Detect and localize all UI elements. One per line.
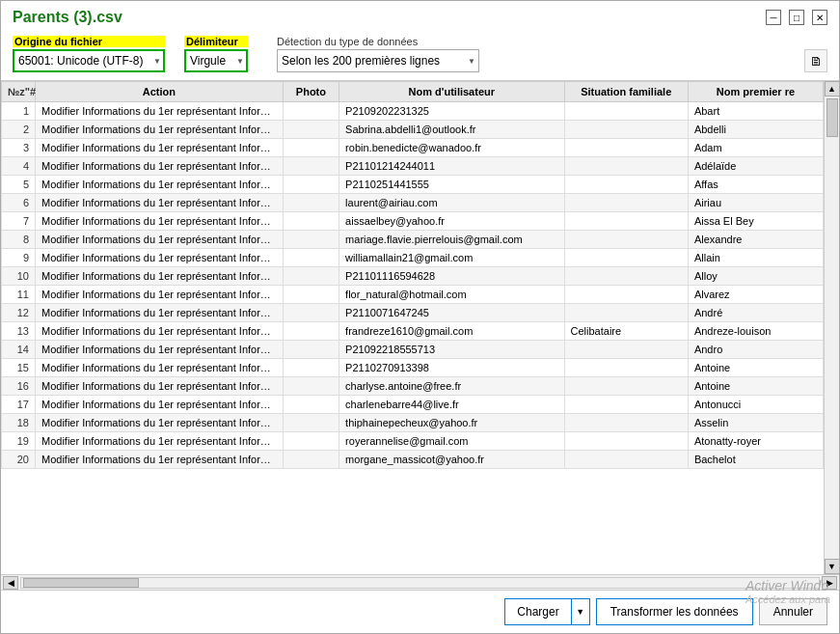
transformer-button[interactable]: Transformer les données [596, 598, 753, 625]
col-header-action: Action [36, 82, 284, 102]
cell-user: royerannelise@gmail.com [339, 432, 564, 451]
cell-action: Modifier Informations du 1er représentan… [36, 212, 284, 231]
detection-select-wrapper[interactable]: Selon les 200 premières lignes [277, 49, 479, 72]
detection-group: Détection du type de données Selon les 2… [277, 36, 479, 72]
table-row: 20 Modifier Informations du 1er représen… [2, 451, 824, 469]
annuler-button[interactable]: Annuler [759, 598, 827, 625]
cell-photo [283, 249, 339, 267]
cell-num: 4 [2, 157, 36, 176]
cell-nom: Antonucci [688, 396, 823, 414]
cell-num: 18 [2, 414, 36, 432]
cell-action: Modifier Informations du 1er représentan… [36, 249, 284, 267]
cell-photo [283, 396, 339, 414]
col-header-situation: Situation familiale [564, 82, 688, 102]
cell-user: P21101116594628 [339, 267, 564, 286]
cell-situation [564, 341, 688, 359]
cell-photo [283, 231, 339, 249]
detection-select[interactable]: Selon les 200 premières lignes [277, 49, 479, 72]
table-container: №z"#" Action Photo Nom d'utilisateur Sit… [1, 80, 839, 591]
footer: Charger ▼ Transformer les données Annule… [1, 591, 839, 633]
cell-action: Modifier Informations du 1er représentan… [36, 194, 284, 212]
cell-num: 11 [2, 286, 36, 304]
scroll-left-arrow[interactable]: ◀ [3, 576, 18, 590]
cell-user: P2110270913398 [339, 359, 564, 377]
cell-situation [564, 396, 688, 414]
origine-select[interactable]: 65001: Unicode (UTF-8) [13, 49, 165, 72]
table-header-row: №z"#" Action Photo Nom d'utilisateur Sit… [2, 82, 824, 102]
charger-button[interactable]: Charger [504, 598, 570, 625]
table-row: 2 Modifier Informations du 1er représent… [2, 121, 824, 139]
cell-user: charlyse.antoine@free.fr [339, 377, 564, 396]
window-controls: ─ □ ✕ [766, 10, 827, 25]
cell-photo [283, 341, 339, 359]
cell-photo [283, 194, 339, 212]
table-row: 9 Modifier Informations du 1er représent… [2, 249, 824, 267]
cell-action: Modifier Informations du 1er représentan… [36, 304, 284, 322]
delimiteur-label: Délimiteur [184, 36, 248, 47]
minimize-button[interactable]: ─ [766, 10, 781, 25]
cell-photo [283, 286, 339, 304]
cell-user: Sabrina.abdelli1@outlook.fr [339, 121, 564, 139]
cell-num: 13 [2, 322, 36, 341]
cell-situation [564, 377, 688, 396]
cell-situation [564, 249, 688, 267]
cell-photo [283, 176, 339, 194]
file-icon-button[interactable]: 🗎 [804, 49, 827, 72]
cell-situation [564, 176, 688, 194]
cell-action: Modifier Informations du 1er représentan… [36, 157, 284, 176]
table-row: 19 Modifier Informations du 1er représen… [2, 432, 824, 451]
scroll-right-arrow[interactable]: ▶ [822, 576, 837, 590]
h-scroll-track[interactable] [20, 577, 820, 589]
cell-situation [564, 231, 688, 249]
cell-situation [564, 139, 688, 157]
cell-situation [564, 102, 688, 121]
scroll-up-arrow[interactable]: ▲ [825, 81, 840, 96]
horizontal-scrollbar[interactable]: ◀ ▶ [1, 574, 839, 590]
cell-num: 5 [2, 176, 36, 194]
cell-num: 12 [2, 304, 36, 322]
cell-photo [283, 414, 339, 432]
scroll-thumb[interactable] [826, 98, 838, 137]
cell-action: Modifier Informations du 1er représentan… [36, 322, 284, 341]
title-bar: Parents (3).csv ─ □ ✕ [1, 1, 839, 30]
detection-label: Détection du type de données [277, 36, 479, 47]
cell-num: 19 [2, 432, 36, 451]
origine-group: Origine du fichier 65001: Unicode (UTF-8… [13, 36, 165, 72]
cell-photo [283, 359, 339, 377]
cell-user: P21101214244011 [339, 157, 564, 176]
cell-num: 20 [2, 451, 36, 469]
cell-action: Modifier Informations du 1er représentan… [36, 267, 284, 286]
cell-nom: Bachelot [688, 451, 823, 469]
cell-nom: Andreze-louison [688, 322, 823, 341]
cell-situation [564, 286, 688, 304]
cell-num: 10 [2, 267, 36, 286]
h-scroll-thumb[interactable] [23, 578, 139, 588]
delimiteur-select[interactable]: Virgule [184, 49, 248, 72]
cell-photo [283, 377, 339, 396]
cell-photo [283, 432, 339, 451]
table-scroll[interactable]: №z"#" Action Photo Nom d'utilisateur Sit… [1, 81, 824, 574]
cell-nom: Abart [688, 102, 823, 121]
cell-photo [283, 102, 339, 121]
cell-photo [283, 304, 339, 322]
maximize-button[interactable]: □ [789, 10, 804, 25]
cell-situation [564, 451, 688, 469]
table-row: 4 Modifier Informations du 1er représent… [2, 157, 824, 176]
cell-num: 7 [2, 212, 36, 231]
cell-photo [283, 121, 339, 139]
delimiteur-select-wrapper[interactable]: Virgule [184, 49, 248, 72]
origine-select-wrapper[interactable]: 65001: Unicode (UTF-8) [13, 49, 165, 72]
col-header-num: №z"#" [2, 82, 36, 102]
cell-nom: Adam [688, 139, 823, 157]
charger-dropdown-arrow[interactable]: ▼ [571, 598, 590, 625]
vertical-scrollbar[interactable]: ▲ ▼ [824, 81, 839, 574]
scroll-down-arrow[interactable]: ▼ [825, 559, 840, 574]
table-row: 13 Modifier Informations du 1er représen… [2, 322, 824, 341]
charger-split-button[interactable]: Charger ▼ [504, 598, 589, 625]
close-button[interactable]: ✕ [812, 10, 827, 25]
cell-nom: Abdelli [688, 121, 823, 139]
cell-action: Modifier Informations du 1er représentan… [36, 414, 284, 432]
scroll-track[interactable] [826, 96, 839, 559]
table-body: 1 Modifier Informations du 1er représent… [2, 102, 824, 469]
cell-num: 3 [2, 139, 36, 157]
